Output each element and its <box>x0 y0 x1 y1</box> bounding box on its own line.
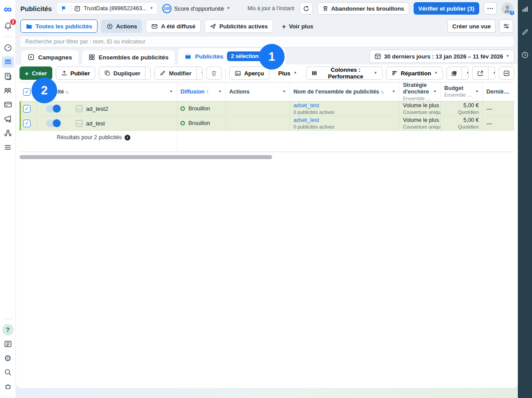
info-icon[interactable]: i <box>125 135 130 140</box>
divider <box>3 37 13 37</box>
settings-gear-icon[interactable]: ⚙ <box>2 352 14 364</box>
help-button[interactable]: ? <box>2 324 14 336</box>
opportunity-score[interactable]: 100 Score d'opportunité ▼ <box>162 4 230 13</box>
ad-name[interactable]: ad_test <box>86 120 105 127</box>
divider <box>177 131 177 152</box>
table-row[interactable]: ✓ ad_test Brouillon adset_test 0 publici… <box>20 116 514 131</box>
edit-button[interactable]: Modifier <box>155 67 196 79</box>
scrollbar-thumb[interactable] <box>20 155 272 159</box>
export-button[interactable] <box>473 67 488 79</box>
ad-name[interactable]: ad_test2 <box>86 105 108 112</box>
calendar-icon <box>374 53 381 60</box>
export-split-button: ▼ <box>472 66 495 80</box>
edit-panel-pencil-icon[interactable] <box>520 27 530 37</box>
adset-link[interactable]: adset_test <box>293 102 334 109</box>
select-all-checkbox[interactable]: ✓ <box>23 88 31 96</box>
more-actions-button[interactable]: Plus ▼ <box>273 66 302 80</box>
ad-status-toggle[interactable] <box>46 105 61 113</box>
row-checkbox[interactable]: ✓ <box>23 105 31 113</box>
tab-adsets[interactable]: Ensembles de publicités <box>82 50 175 64</box>
export-dropdown-button[interactable]: ▼ <box>488 67 495 79</box>
export-icon <box>477 70 484 77</box>
top-bar: Publicités TrustData (8996522463... ▼ 10… <box>16 0 518 17</box>
header-last-edit[interactable]: Dernière modi <box>483 82 514 101</box>
table-header-row: ✓ Publicité ↑↓ ▼ Diffusion ↑ ▼ Actions ▼… <box>20 82 514 101</box>
sidebar-item-overview-gauge-icon[interactable] <box>2 42 14 54</box>
account-selector[interactable]: TrustData (8996522463... ▼ <box>56 2 158 15</box>
ad-status-toggle[interactable] <box>46 120 61 127</box>
filter-chip-all-ads[interactable]: Toutes les publicités <box>20 20 98 33</box>
duplicate-button[interactable]: Dupliquer <box>99 67 145 79</box>
search-filter-input[interactable] <box>25 39 509 45</box>
publish-button[interactable]: Publier <box>56 66 95 80</box>
history-clock-icon[interactable] <box>520 50 530 60</box>
edit-split-button: Modifier ▼ <box>154 66 203 80</box>
send-icon <box>210 23 216 30</box>
circle-arrow-up-icon <box>106 23 113 30</box>
sidebar-item-reports-pages-icon[interactable] <box>2 70 14 82</box>
filter-chip-has-delivered[interactable]: A été diffusé <box>146 20 201 33</box>
header-ad[interactable]: Publicité ↑↓ ▼ <box>37 82 177 101</box>
edit-dropdown-button[interactable]: ▼ <box>196 67 203 79</box>
filter-chip-actions[interactable]: Actions <box>101 20 143 33</box>
sidebar-item-ads-manager-table-icon[interactable] <box>2 56 14 68</box>
ad-thumbnail-icon <box>76 120 82 127</box>
copy-icon <box>104 70 110 76</box>
facebook-badge-icon: f <box>509 10 515 16</box>
duplicate-split-button: Dupliquer ▼ <box>99 66 151 80</box>
duplicate-dropdown-button[interactable]: ▼ <box>145 67 151 79</box>
results-summary: Résultats pour 2 publicités i <box>57 134 130 140</box>
account-name: TrustData (8996522463... <box>84 5 147 12</box>
breakdown-button[interactable]: Répartition ▼ <box>386 66 443 80</box>
more-options-button[interactable]: ⋯ <box>484 2 497 15</box>
discard-drafts-button[interactable]: Abandonner les brouillons <box>317 2 409 15</box>
horizontal-scrollbar[interactable] <box>20 155 511 159</box>
reports-button[interactable] <box>447 67 462 79</box>
annotation-step-2: 2 <box>31 78 57 103</box>
see-more-filters-button[interactable]: + Voir plus <box>277 20 318 33</box>
adsets-grid-icon <box>88 54 95 61</box>
ad-thumbnail-icon <box>76 105 82 112</box>
filter-chip-active-ads[interactable]: Publicités actives <box>204 20 273 33</box>
sidebar-item-org-nodes-icon[interactable] <box>2 127 14 139</box>
table-row[interactable]: ✓ ad_test2 Brouillon adset_test 0 public… <box>20 101 514 116</box>
bug-report-icon[interactable] <box>2 381 14 392</box>
sidebar-item-audiences-people-icon[interactable] <box>2 85 14 96</box>
adset-link[interactable]: adset_test <box>293 117 334 124</box>
sort-asc-icon: ↑ <box>206 89 209 95</box>
date-range-button[interactable]: 30 derniers jours : 13 jan 2026 – 11 fév… <box>369 50 514 63</box>
last-updated-text: Mis à jour à l'instant <box>247 5 294 12</box>
header-actions[interactable]: Actions ▼ <box>226 82 290 101</box>
delete-button[interactable] <box>206 66 222 80</box>
score-badge: 100 <box>162 4 172 13</box>
sidebar-item-billing-card-icon[interactable] <box>2 99 14 110</box>
news-icon[interactable] <box>2 338 14 350</box>
avatar[interactable]: f <box>501 3 513 15</box>
create-view-button[interactable]: Créer une vue <box>447 20 496 33</box>
row-checkbox[interactable]: ✓ <box>23 120 31 127</box>
breakdown-bars-icon <box>391 70 398 76</box>
columns-button[interactable]: Colonnes : Performance ▼ <box>306 66 383 80</box>
trash-icon <box>322 5 329 12</box>
header-budget[interactable]: Budget Ensemble de public... ▼ <box>441 82 483 101</box>
preview-button[interactable]: Aperçu <box>229 66 270 80</box>
results-footer-row: Résultats pour 2 publicités i <box>20 131 514 152</box>
search-icon[interactable] <box>2 367 14 378</box>
charts-panel-icon[interactable] <box>520 4 530 14</box>
notifications-bell-icon[interactable]: 3 <box>2 20 14 32</box>
sidebar-item-promotions-megaphone-icon[interactable] <box>2 113 14 125</box>
filter-settings-button[interactable] <box>499 20 513 33</box>
header-delivery[interactable]: Diffusion ↑ ▼ <box>177 82 226 101</box>
divider <box>225 68 226 78</box>
chevron-down-icon: ▼ <box>149 71 151 75</box>
tab-campaigns[interactable]: Campagnes <box>21 50 78 64</box>
refresh-button[interactable] <box>300 2 313 15</box>
help-icon: ? <box>2 324 14 336</box>
chart-view-button[interactable] <box>499 66 514 80</box>
header-bid-strategy[interactable]: Stratégie d'enchère Ensemble de public..… <box>399 82 441 101</box>
header-adset-name[interactable]: Nom de l'ensemble de publicités ↑↓ ▼ <box>290 82 399 101</box>
review-publish-button[interactable]: Vérifier et publier (3) <box>414 2 479 15</box>
chevron-down-icon: ▼ <box>475 90 479 94</box>
reports-dropdown-button[interactable]: ▼ <box>462 67 469 79</box>
sidebar-menu-hamburger-icon[interactable] <box>2 141 14 153</box>
